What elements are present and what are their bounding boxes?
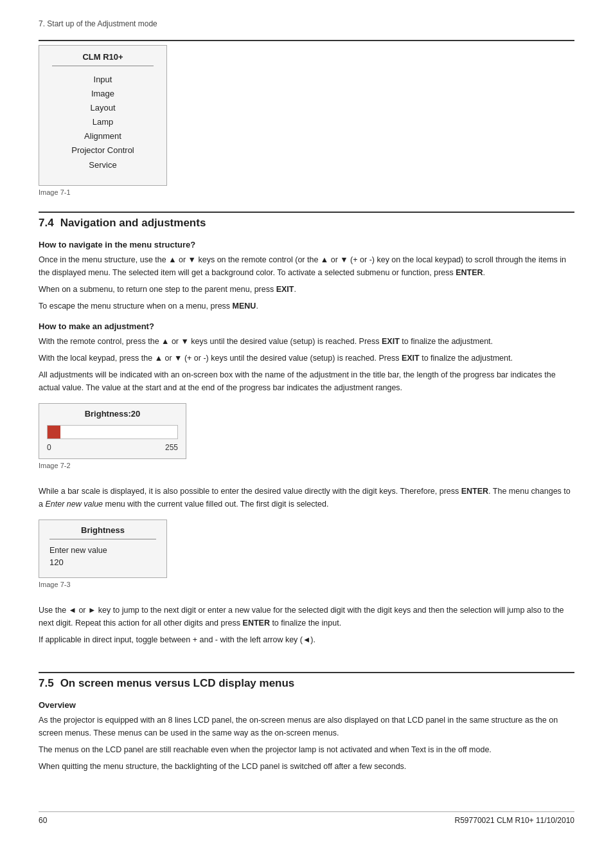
menu-item-layout: Layout: [52, 101, 154, 115]
adjust-para1: With the remote control, press the ▲ or …: [39, 335, 574, 348]
section75-title-text: On screen menus versus LCD display menus: [60, 677, 295, 690]
section75-num: 7.5: [39, 677, 54, 690]
progress-bar-container: [47, 425, 178, 439]
section-divider: [39, 40, 574, 41]
progress-labels: 0 255: [47, 443, 178, 452]
overview-para2: The menus on the LCD panel are still rea…: [39, 743, 574, 756]
section74-title: 7.4 Navigation and adjustments: [39, 217, 574, 230]
adjust-para3: All adjustments will be indicated with a…: [39, 368, 574, 394]
after-para1: Use the ◄ or ► key to jump to the next d…: [39, 604, 574, 629]
enter-label: Enter new value: [49, 546, 156, 555]
section74-num: 7.4: [39, 217, 54, 230]
menu-item-service: Service: [52, 158, 154, 172]
menu-box-items: Input Image Layout Lamp Alignment Projec…: [52, 73, 154, 172]
overview-para3: When quitting the menu structure, the ba…: [39, 760, 574, 773]
menu-item-input: Input: [52, 73, 154, 87]
section74-divider: [39, 212, 574, 213]
menu-box-title: CLM R10+: [52, 52, 154, 66]
progress-min: 0: [47, 443, 51, 452]
navigate-para3: To escape the menu structure when on a m…: [39, 300, 574, 312]
subsection-navigate-title: How to navigate in the menu structure?: [39, 240, 574, 249]
subsection-adjust-title: How to make an adjustment?: [39, 321, 574, 331]
navigate-para1: Once in the menu structure, use the ▲ or…: [39, 253, 574, 279]
enter-new-value-box: Brightness Enter new value 120: [39, 520, 167, 578]
adjust-para2: With the local keypad, press the ▲ or ▼ …: [39, 352, 574, 365]
progress-bar-fill: [48, 426, 60, 439]
menu-item-lamp: Lamp: [52, 115, 154, 129]
progress-max: 255: [165, 443, 178, 452]
image1-label: Image 7-1: [39, 188, 574, 196]
section75-divider: [39, 672, 574, 673]
menu-box-image1: CLM R10+ Input Image Layout Lamp Alignme…: [39, 45, 167, 186]
menu-item-image: Image: [52, 87, 154, 101]
section75: 7.5 On screen menus versus LCD display m…: [39, 672, 574, 773]
navigate-para2: When on a submenu, to return one step to…: [39, 283, 574, 296]
section74-title-text: Navigation and adjustments: [60, 217, 206, 230]
footer: 60 R59770021 CLM R10+ 11/10/2010: [39, 811, 574, 825]
enter-box-title: Brightness: [49, 525, 156, 539]
menu-item-alignment: Alignment: [52, 129, 154, 143]
footer-page-num: 60: [39, 816, 47, 825]
subsection-overview-title: Overview: [39, 700, 574, 710]
menu-item-projector-control: Projector Control: [52, 143, 154, 158]
after-para2: If applicable in direct input, toggle be…: [39, 633, 574, 646]
footer-doc-ref: R59770021 CLM R10+ 11/10/2010: [455, 816, 574, 825]
enter-value: 120: [49, 557, 156, 567]
section-header-label: 7. Start up of the Adjustment mode: [39, 19, 574, 28]
overview-para1: As the projector is equipped with an 8 l…: [39, 714, 574, 739]
section75-title: 7.5 On screen menus versus LCD display m…: [39, 677, 574, 690]
brightness-box: Brightness:20 0 255: [39, 403, 186, 459]
brightness-title: Brightness:20: [47, 409, 178, 419]
image2-label: Image 7-2: [39, 462, 574, 469]
enter-para: While a bar scale is displayed, it is al…: [39, 485, 574, 511]
image3-label: Image 7-3: [39, 581, 574, 588]
